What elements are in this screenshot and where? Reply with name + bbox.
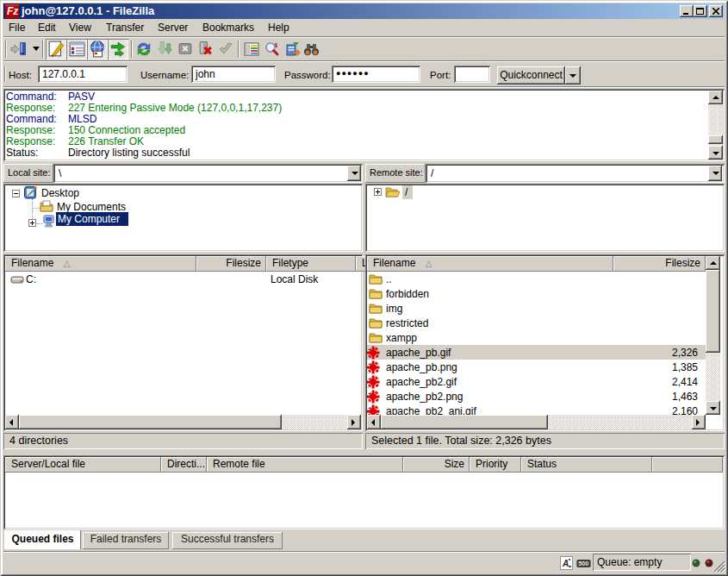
svg-text:500: 500 <box>578 560 588 567</box>
svg-text:Fz: Fz <box>7 5 18 17</box>
